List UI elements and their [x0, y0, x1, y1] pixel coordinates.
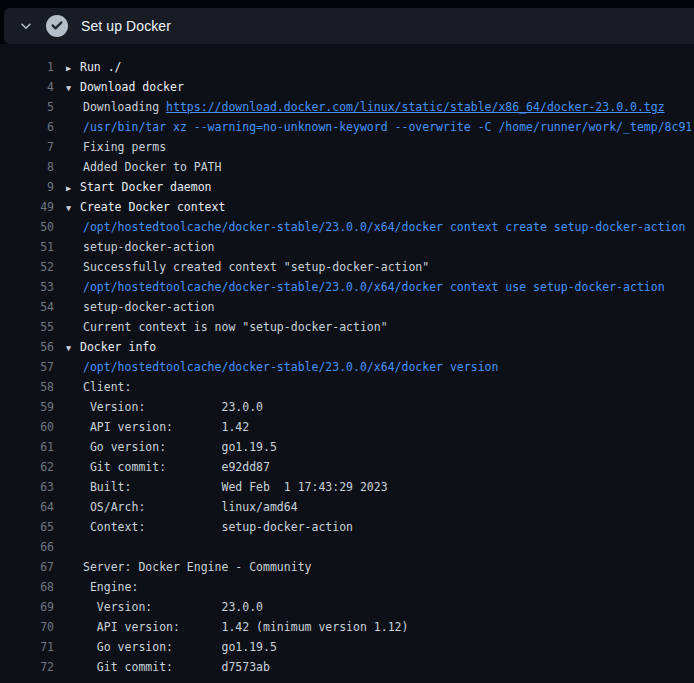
step-title: Set up Docker	[81, 18, 171, 34]
line-content: Git commit: e92dd87	[66, 457, 270, 477]
log-text: Version: 23.0.0	[83, 600, 263, 614]
line-number[interactable]: 72	[0, 657, 54, 677]
line-number[interactable]: 60	[0, 417, 54, 437]
line-content: ▼Create Docker context	[66, 197, 225, 217]
log-text: setup-docker-action	[83, 300, 215, 314]
log-line: 67Server: Docker Engine - Community	[0, 557, 694, 577]
line-number[interactable]: 50	[0, 217, 54, 237]
line-content: Downloading https://download.docker.com/…	[66, 97, 665, 117]
group-title[interactable]: Create Docker context	[80, 200, 225, 214]
log-line: 6/usr/bin/tar xz --warning=no-unknown-ke…	[0, 117, 694, 137]
group-title[interactable]: Run ./	[80, 60, 122, 74]
log-line: 54setup-docker-action	[0, 297, 694, 317]
line-content: Server: Docker Engine - Community	[66, 557, 311, 577]
log-text: /usr/bin/tar xz --warning=no-unknown-key…	[83, 120, 692, 134]
log-line: 1▶Run ./	[0, 57, 694, 77]
log-line: 55Current context is now "setup-docker-a…	[0, 317, 694, 337]
check-circle-icon	[46, 15, 68, 37]
line-number[interactable]: 68	[0, 577, 54, 597]
line-number[interactable]: 63	[0, 477, 54, 497]
log-line: 62 Git commit: e92dd87	[0, 457, 694, 477]
line-number[interactable]: 51	[0, 237, 54, 257]
group-title[interactable]: Docker info	[80, 340, 156, 354]
log-text: Client:	[83, 380, 131, 394]
line-content: /opt/hostedtoolcache/docker-stable/23.0.…	[66, 357, 498, 377]
log-line: 72 Git commit: d7573ab	[0, 657, 694, 677]
line-content: Client:	[66, 377, 131, 397]
line-content: /opt/hostedtoolcache/docker-stable/23.0.…	[66, 277, 665, 297]
line-content: Version: 23.0.0	[66, 397, 263, 417]
log-line: 56▼Docker info	[0, 337, 694, 357]
step-header[interactable]: Set up Docker	[4, 8, 694, 44]
line-number[interactable]: 55	[0, 317, 54, 337]
group-title[interactable]: Download docker	[80, 80, 184, 94]
line-content: setup-docker-action	[66, 237, 215, 257]
log-text: Fixing perms	[83, 140, 166, 154]
line-content: setup-docker-action	[66, 297, 215, 317]
line-number[interactable]: 8	[0, 157, 54, 177]
line-content: Added Docker to PATH	[66, 157, 221, 177]
line-content: ▼Download docker	[66, 77, 184, 97]
line-number[interactable]: 54	[0, 297, 54, 317]
group-collapsed-icon[interactable]: ▶	[66, 58, 80, 78]
chevron-down-icon[interactable]	[19, 19, 33, 33]
line-number[interactable]: 49	[0, 197, 54, 217]
line-number[interactable]: 58	[0, 377, 54, 397]
line-number[interactable]: 71	[0, 637, 54, 657]
log-line: 5Downloading https://download.docker.com…	[0, 97, 694, 117]
line-number[interactable]: 56	[0, 337, 54, 357]
group-expanded-icon[interactable]: ▼	[66, 198, 80, 218]
line-content: Built: Wed Feb 1 17:43:29 2023	[66, 477, 388, 497]
line-number[interactable]: 53	[0, 277, 54, 297]
line-number[interactable]: 65	[0, 517, 54, 537]
log-text: /opt/hostedtoolcache/docker-stable/23.0.…	[83, 220, 685, 234]
line-number[interactable]: 67	[0, 557, 54, 577]
group-expanded-icon[interactable]: ▼	[66, 338, 80, 358]
line-number[interactable]: 66	[0, 537, 54, 557]
log-line: 50/opt/hostedtoolcache/docker-stable/23.…	[0, 217, 694, 237]
line-number[interactable]: 61	[0, 437, 54, 457]
line-number[interactable]: 4	[0, 77, 54, 97]
log-text: Current context is now "setup-docker-act…	[83, 320, 388, 334]
log-text: Successfully created context "setup-dock…	[83, 260, 429, 274]
log-text: Go version: go1.19.5	[83, 640, 277, 654]
log-link[interactable]: https://download.docker.com/linux/static…	[166, 100, 665, 114]
line-number[interactable]: 5	[0, 97, 54, 117]
line-number[interactable]: 57	[0, 357, 54, 377]
line-content: Go version: go1.19.5	[66, 437, 277, 457]
line-number[interactable]: 70	[0, 617, 54, 637]
line-number[interactable]: 69	[0, 597, 54, 617]
group-collapsed-icon[interactable]: ▶	[66, 178, 80, 198]
log-text: Engine:	[83, 580, 138, 594]
line-number[interactable]: 62	[0, 457, 54, 477]
log-line: 60 API version: 1.42	[0, 417, 694, 437]
log-text: API version: 1.42	[83, 420, 249, 434]
log-line: 53/opt/hostedtoolcache/docker-stable/23.…	[0, 277, 694, 297]
group-title[interactable]: Start Docker daemon	[80, 180, 212, 194]
line-content: Version: 23.0.0	[66, 597, 263, 617]
log-text: API version: 1.42 (minimum version 1.12)	[83, 620, 408, 634]
log-line: 63 Built: Wed Feb 1 17:43:29 2023	[0, 477, 694, 497]
log-text: setup-docker-action	[83, 240, 215, 254]
log-text: Added Docker to PATH	[83, 160, 221, 174]
line-content: /opt/hostedtoolcache/docker-stable/23.0.…	[66, 217, 685, 237]
line-content: API version: 1.42	[66, 417, 249, 437]
line-number[interactable]: 52	[0, 257, 54, 277]
line-content: Current context is now "setup-docker-act…	[66, 317, 388, 337]
line-number[interactable]: 64	[0, 497, 54, 517]
log-line: 66	[0, 537, 694, 557]
line-number[interactable]: 7	[0, 137, 54, 157]
line-content: Go version: go1.19.5	[66, 637, 277, 657]
line-number[interactable]: 9	[0, 177, 54, 197]
line-number[interactable]: 59	[0, 397, 54, 417]
line-content: API version: 1.42 (minimum version 1.12)	[66, 617, 408, 637]
log-text: Git commit: d7573ab	[83, 660, 270, 674]
line-number[interactable]: 1	[0, 57, 54, 77]
log-line: 71 Go version: go1.19.5	[0, 637, 694, 657]
log-line: 9▶Start Docker daemon	[0, 177, 694, 197]
log-text: /opt/hostedtoolcache/docker-stable/23.0.…	[83, 280, 665, 294]
line-content: Engine:	[66, 577, 138, 597]
line-number[interactable]: 6	[0, 117, 54, 137]
group-expanded-icon[interactable]: ▼	[66, 78, 80, 98]
line-content: Git commit: d7573ab	[66, 657, 270, 677]
